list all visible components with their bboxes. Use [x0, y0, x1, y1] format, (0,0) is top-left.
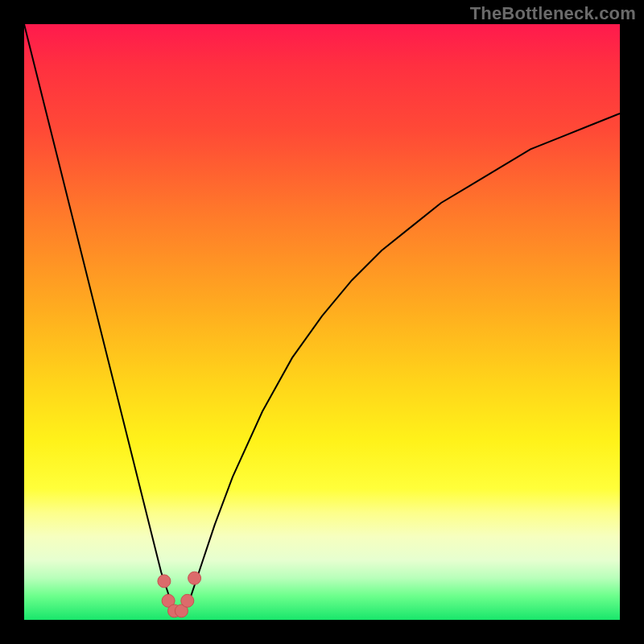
curve-markers	[158, 572, 201, 617]
bottleneck-curve	[24, 24, 620, 614]
chart-svg	[24, 24, 620, 620]
curve-marker	[158, 575, 171, 588]
curve-marker	[181, 594, 194, 607]
curve-marker	[188, 572, 201, 584]
watermark-text: TheBottleneck.com	[470, 3, 636, 24]
